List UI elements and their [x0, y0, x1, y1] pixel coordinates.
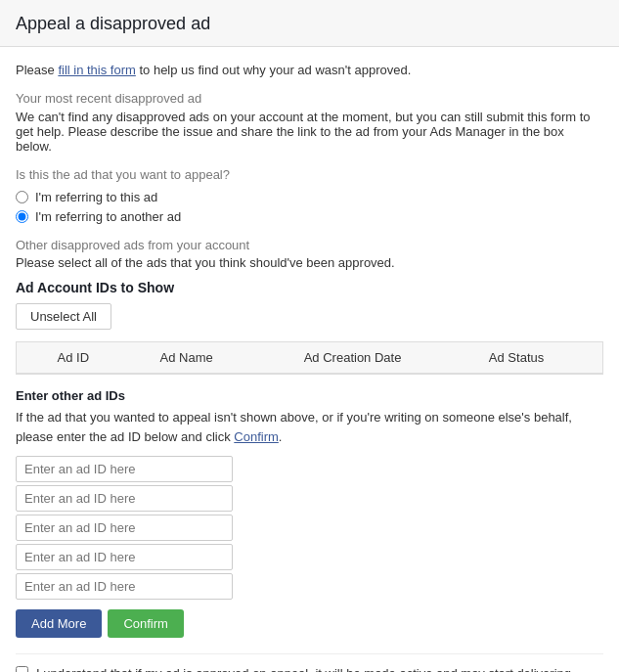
other-disapproved-section: Other disapproved ads from your account … — [16, 238, 603, 270]
table-header-date: Ad Creation Date — [294, 342, 479, 374]
enter-other-desc-after: . — [279, 429, 283, 444]
ad-id-input-5[interactable] — [16, 573, 233, 600]
intro-text: Please fill in this form to help us find… — [16, 63, 603, 77]
confirm-button[interactable]: Confirm — [108, 609, 184, 638]
intro-link[interactable]: fill in this form — [58, 63, 135, 77]
other-disapproved-desc: Please select all of the ads that you th… — [16, 255, 603, 270]
ad-table-wrapper: Ad ID Ad Name Ad Creation Date Ad Status — [16, 341, 603, 375]
table-header-adname: Ad Name — [151, 342, 294, 374]
table-header-row: Ad ID Ad Name Ad Creation Date Ad Status — [17, 342, 602, 374]
enter-other-desc-before: If the ad that you wanted to appeal isn'… — [16, 410, 572, 444]
table-header-adid: Ad ID — [48, 342, 151, 374]
radio-this-ad[interactable]: I'm referring to this ad — [16, 190, 603, 204]
radio-another-ad-input[interactable] — [16, 210, 28, 223]
enter-other-section: Enter other ad IDs If the ad that you wa… — [16, 388, 603, 638]
consent-text: I understand that if my ad is approved o… — [36, 664, 603, 672]
recent-disapproved-section: Your most recent disapproved ad We can't… — [16, 91, 603, 154]
other-disapproved-label: Other disapproved ads from your account — [16, 238, 603, 252]
appeal-question-text: Is this the ad that you want to appeal? — [16, 167, 603, 182]
enter-other-desc: If the ad that you wanted to appeal isn'… — [16, 408, 603, 446]
intro-text-after: to help us find out why your ad wasn't a… — [136, 63, 411, 77]
intro-text-before: Please — [16, 63, 58, 77]
recent-disapproved-body: We can't find any disapproved ads on you… — [16, 110, 603, 154]
add-more-button[interactable]: Add More — [16, 609, 102, 638]
ad-table: Ad ID Ad Name Ad Creation Date Ad Status — [17, 342, 602, 374]
action-buttons: Add More Confirm — [16, 609, 603, 638]
ad-id-input-4[interactable] — [16, 544, 233, 570]
unselect-all-button[interactable]: Unselect All — [16, 303, 111, 330]
ad-id-input-2[interactable] — [16, 485, 233, 512]
enter-other-title: Enter other ad IDs — [16, 388, 603, 403]
page-container: Appeal a disapproved ad Please fill in t… — [0, 0, 619, 672]
radio-this-ad-label: I'm referring to this ad — [35, 190, 157, 204]
ad-account-section: Ad Account IDs to Show Unselect All — [16, 280, 603, 341]
page-body: Please fill in this form to help us find… — [0, 47, 619, 672]
consent-checkbox[interactable] — [16, 666, 28, 672]
table-header-status: Ad Status — [479, 342, 602, 374]
consent-section: I understand that if my ad is approved o… — [16, 653, 603, 672]
radio-another-ad-label: I'm referring to another ad — [35, 209, 181, 224]
table-header-checkbox — [17, 342, 48, 374]
ad-id-input-3[interactable] — [16, 515, 233, 541]
page-title: Appeal a disapproved ad — [16, 14, 603, 34]
appeal-question-section: Is this the ad that you want to appeal? … — [16, 167, 603, 224]
ad-id-input-1[interactable] — [16, 456, 233, 482]
confirm-link[interactable]: Confirm — [234, 429, 279, 444]
ad-account-title: Ad Account IDs to Show — [16, 280, 603, 295]
page-header: Appeal a disapproved ad — [0, 0, 619, 47]
recent-disapproved-label: Your most recent disapproved ad — [16, 91, 603, 106]
radio-another-ad[interactable]: I'm referring to another ad — [16, 209, 603, 224]
radio-this-ad-input[interactable] — [16, 191, 28, 203]
